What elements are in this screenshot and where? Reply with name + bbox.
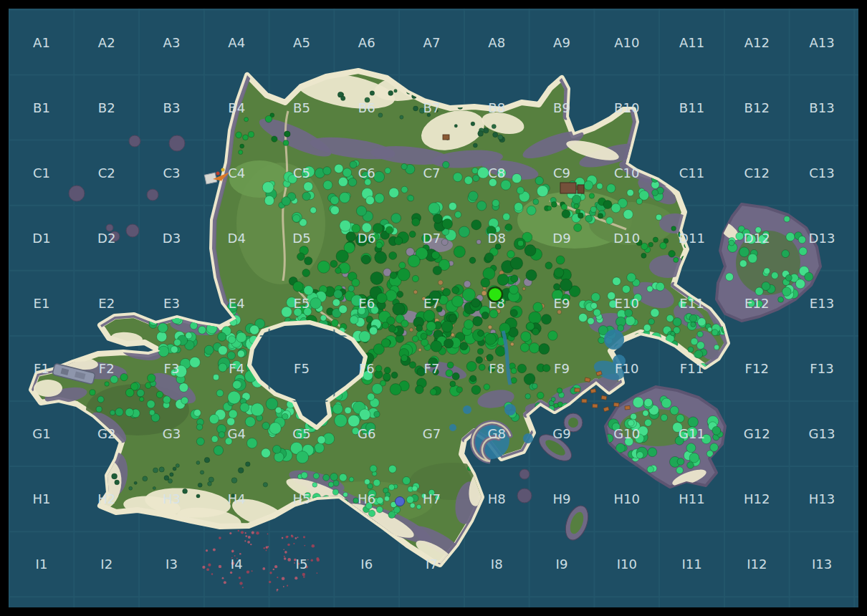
grid-cell-label: B7: [423, 100, 441, 115]
tree: [473, 317, 483, 327]
beach-hut: [443, 135, 449, 140]
grid-cell-label: B4: [228, 100, 245, 115]
coral-dot: [297, 536, 299, 538]
tree: [535, 177, 543, 185]
tree: [97, 396, 104, 403]
tree: [660, 242, 666, 249]
tree: [163, 396, 171, 404]
tree: [593, 309, 600, 316]
tree: [645, 419, 652, 426]
tree: [330, 196, 339, 205]
tree: [409, 231, 416, 238]
coral-dot: [277, 590, 278, 592]
tree: [613, 277, 621, 286]
tree: [611, 203, 621, 213]
tree: [388, 90, 393, 95]
tree: [137, 389, 144, 396]
tree: [556, 256, 565, 264]
coral-dot: [250, 544, 252, 545]
tree: [669, 251, 676, 258]
tree: [265, 115, 272, 122]
tree: [231, 478, 237, 483]
tree: [373, 479, 380, 486]
tree: [348, 286, 355, 292]
grid-cell-label: F5: [294, 361, 310, 376]
tree: [240, 403, 249, 412]
tree: [350, 316, 358, 324]
grid-cell-label: A10: [614, 35, 639, 50]
tree: [689, 314, 697, 322]
player-location-marker[interactable]: [488, 287, 502, 302]
tree: [454, 246, 465, 257]
tree: [676, 467, 684, 474]
tree: [553, 284, 560, 290]
coral-dot: [283, 549, 284, 550]
tree: [416, 325, 423, 332]
tree: [409, 328, 413, 332]
tree: [686, 443, 696, 453]
tree: [196, 438, 204, 446]
tree: [340, 193, 350, 203]
tree: [714, 345, 719, 350]
tree: [183, 489, 188, 494]
tree: [476, 240, 482, 245]
tree: [557, 388, 562, 394]
tree: [778, 297, 784, 302]
tree: [244, 117, 249, 122]
grid-cell-label: B8: [488, 100, 505, 115]
tree: [401, 163, 407, 169]
tree: [269, 423, 282, 435]
island-map[interactable]: A1A2A3A4A5A6A7A8A9A10A11A12A13B1B2B3B4B5…: [9, 9, 858, 607]
coral-dot: [294, 577, 297, 579]
coral-dot: [229, 532, 231, 534]
tree: [533, 199, 539, 205]
tree: [590, 206, 596, 212]
tree: [408, 255, 420, 267]
tree: [433, 214, 442, 223]
tree: [375, 365, 382, 372]
tree: [401, 186, 408, 193]
tree: [377, 293, 388, 304]
grid-cell-label: B9: [553, 100, 570, 115]
grid-cell-label: C2: [98, 165, 115, 181]
tree: [636, 198, 642, 204]
tree: [209, 415, 219, 424]
grid-cell-label: H2: [97, 491, 115, 506]
tree: [518, 241, 524, 246]
tree: [485, 333, 497, 345]
tree: [521, 332, 531, 342]
tree: [447, 362, 454, 368]
tree: [643, 410, 648, 416]
grid-cell-label: F9: [554, 361, 570, 376]
coral-dot: [303, 576, 305, 578]
tree: [598, 213, 603, 218]
tree: [320, 315, 326, 321]
tree: [712, 329, 718, 336]
tree: [196, 424, 203, 430]
grid-cell-label: H1: [33, 491, 51, 506]
tree: [219, 432, 225, 438]
coral-dot: [246, 570, 249, 573]
grid-cell-label: F10: [615, 361, 638, 376]
grid-cell-label: D13: [809, 231, 835, 246]
tree: [237, 350, 244, 357]
tree: [799, 247, 807, 255]
lagoon: [463, 405, 471, 414]
coral-dot: [262, 567, 265, 570]
tree: [588, 318, 595, 325]
tree: [772, 272, 779, 279]
tree: [171, 346, 178, 353]
tree: [469, 257, 476, 264]
coral-dot: [252, 531, 254, 534]
grid-cell-label: E11: [679, 296, 704, 311]
grid-cell-label: C6: [358, 165, 375, 181]
tree: [460, 342, 468, 350]
tree: [251, 403, 264, 416]
coral-dot: [269, 581, 271, 583]
tree: [243, 135, 249, 140]
tree: [471, 220, 482, 230]
tree: [497, 274, 509, 286]
tree: [786, 233, 795, 241]
tree: [551, 397, 555, 401]
coral-dot: [239, 553, 241, 555]
